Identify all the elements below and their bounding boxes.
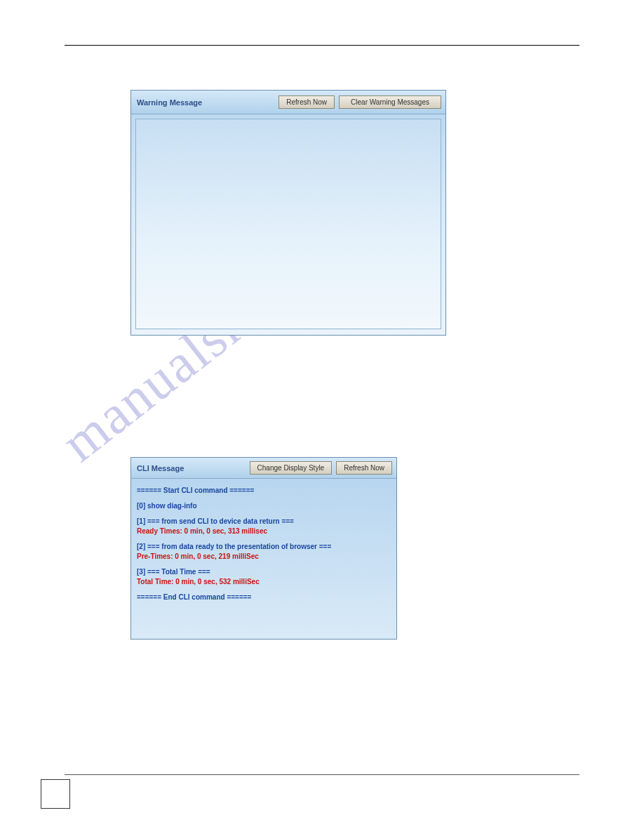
cli-line: Ready Times: 0 min, 0 sec, 313 millisec (137, 527, 391, 536)
cli-line: [3] === Total Time === (137, 567, 391, 577)
cli-line: Total Time: 0 min, 0 sec, 532 milliSec (137, 577, 391, 587)
divider-top (65, 45, 579, 46)
warning-panel-body (135, 119, 441, 329)
change-display-style-button[interactable]: Change Display Style (250, 461, 333, 475)
cli-message-panel: CLI Message Change Display Style Refresh… (130, 457, 397, 640)
warning-panel-title: Warning Message (137, 98, 202, 107)
cli-line: ====== Start CLI command ====== (137, 486, 391, 496)
warning-panel-header: Warning Message Refresh Now Clear Warnin… (131, 91, 445, 114)
refresh-now-button[interactable]: Refresh Now (279, 95, 335, 109)
cli-refresh-now-button[interactable]: Refresh Now (336, 461, 392, 475)
cli-line: [1] === from send CLI to device data ret… (137, 517, 391, 527)
cli-panel-header: CLI Message Change Display Style Refresh… (131, 458, 396, 479)
cli-line: [0] show diag-info (137, 501, 391, 511)
cli-line: ====== End CLI command ====== (137, 593, 391, 602)
cli-panel-body: ====== Start CLI command ====== [0] show… (131, 479, 396, 608)
warning-message-panel: Warning Message Refresh Now Clear Warnin… (130, 90, 446, 336)
page-number-box (41, 779, 70, 809)
clear-warning-messages-button[interactable]: Clear Warning Messages (339, 95, 441, 109)
cli-line: [2] === from data ready to the presentat… (137, 542, 391, 552)
divider-bottom (65, 774, 579, 775)
cli-line: Pre-Times: 0 min, 0 sec, 219 milliSec (137, 552, 391, 562)
cli-panel-title: CLI Message (137, 464, 184, 472)
